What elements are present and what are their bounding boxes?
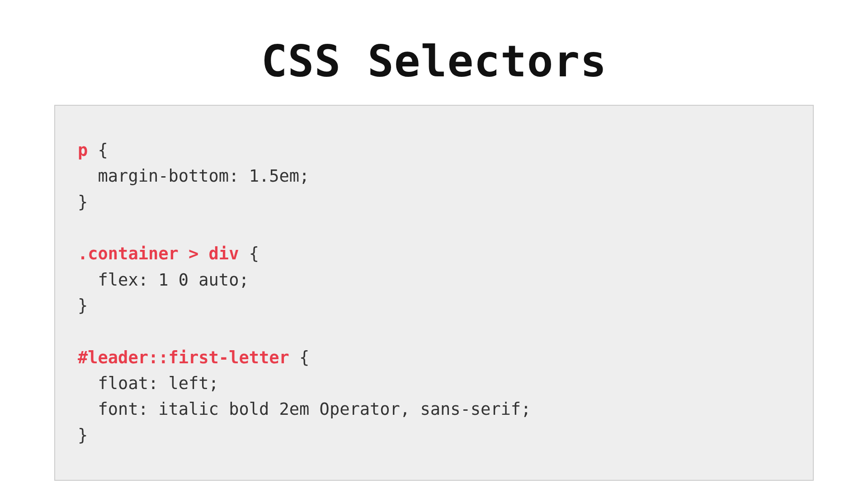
brace-close: } — [78, 192, 88, 212]
brace-open: { — [289, 348, 310, 367]
declaration-line: font: italic bold 2em Operator, sans-ser… — [78, 399, 531, 419]
brace-close: } — [78, 426, 88, 445]
declaration-line: flex: 1 0 auto; — [78, 270, 249, 290]
brace-open: { — [88, 141, 108, 160]
slide: CSS Selectors p { margin-bottom: 1.5em; … — [0, 0, 868, 488]
selector-token: p — [78, 141, 88, 160]
selector-token: #leader::first-letter — [78, 348, 289, 367]
declaration-line: float: left; — [78, 374, 219, 393]
declaration-line: margin-bottom: 1.5em; — [78, 166, 309, 186]
brace-open: { — [239, 244, 259, 263]
selector-token: .container > div — [78, 244, 239, 263]
code-block: p { margin-bottom: 1.5em; } .container >… — [54, 105, 814, 481]
brace-close: } — [78, 296, 88, 315]
slide-title: CSS Selectors — [261, 36, 607, 87]
